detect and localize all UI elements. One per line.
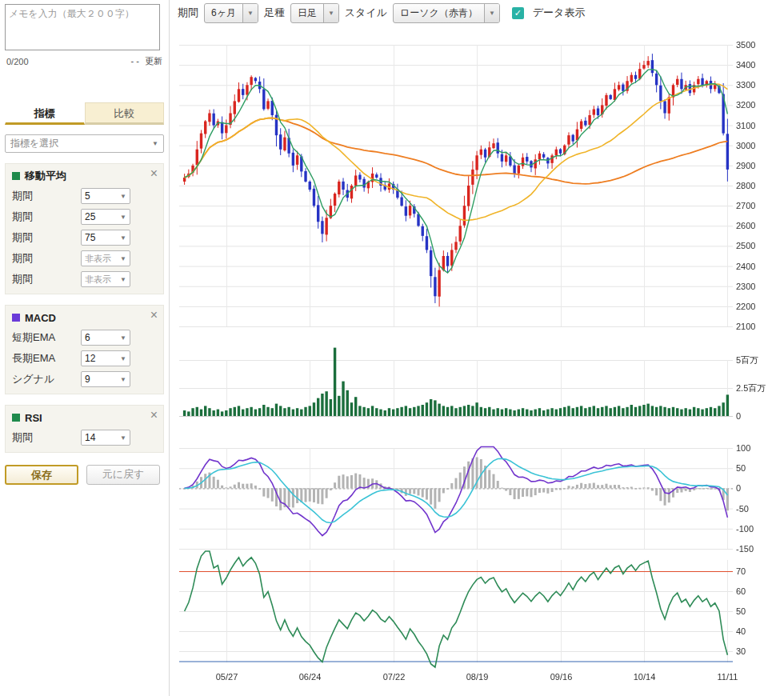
param-row: 期間5▼ xyxy=(12,188,157,204)
param-label: 期間 xyxy=(12,189,81,203)
close-icon[interactable]: × xyxy=(150,309,158,322)
param-row: 期間75▼ xyxy=(12,230,157,246)
sidebar-tabs: 指標 比較 xyxy=(5,102,164,125)
panel-header: MACD xyxy=(12,310,157,325)
chevron-down-icon: ▼ xyxy=(242,4,258,22)
style-value: ローソク（赤青） xyxy=(394,4,484,22)
panel-title: RSI xyxy=(25,412,42,424)
param-select[interactable]: 25▼ xyxy=(81,209,130,225)
chevron-down-icon: ▼ xyxy=(152,140,158,147)
tab-compare[interactable]: 比較 xyxy=(85,102,165,125)
chevron-down-icon: ▼ xyxy=(323,4,338,22)
chevron-down-icon: ▼ xyxy=(484,4,499,22)
sidebar-buttons: 保存 元に戻す xyxy=(5,465,164,485)
param-value: 非表示 xyxy=(85,253,111,265)
param-value: 12 xyxy=(85,353,95,364)
param-label: シグナル xyxy=(12,372,81,386)
param-row: 期間14▼ xyxy=(12,430,157,446)
chevron-down-icon: ▼ xyxy=(120,255,126,262)
panel-rows: 期間5▼期間25▼期間75▼期間非表示▼期間非表示▼ xyxy=(12,188,157,287)
close-icon[interactable]: × xyxy=(150,167,158,180)
tab-indicators[interactable]: 指標 xyxy=(5,102,85,125)
param-row: 期間非表示▼ xyxy=(12,271,157,287)
param-label: 期間 xyxy=(12,230,81,245)
save-button[interactable]: 保存 xyxy=(5,465,78,485)
style-label: スタイル xyxy=(345,6,387,20)
param-select[interactable]: 75▼ xyxy=(81,230,130,246)
param-select[interactable]: 9▼ xyxy=(81,371,130,387)
chevron-down-icon: ▼ xyxy=(120,434,126,442)
panel-rows: 短期EMA6▼長期EMA12▼シグナル9▼ xyxy=(12,330,157,387)
sidebar: 0/200 - - 更新 指標 比較 指標を選択 ▼ 移動平均 × 期間5▼期間… xyxy=(0,0,170,696)
bartype-select[interactable]: 日足 ▼ xyxy=(290,3,339,23)
param-select[interactable]: 14▼ xyxy=(81,430,130,446)
check-icon: ✓ xyxy=(514,8,522,18)
chart-toolbar: 期間 6ヶ月 ▼ 足種 日足 ▼ スタイル ローソク（赤青） ▼ ✓ データ表示 xyxy=(170,0,784,26)
param-value: 非表示 xyxy=(85,274,111,286)
memo-update-button[interactable]: - - 更新 xyxy=(131,55,162,67)
param-value: 25 xyxy=(85,211,95,222)
param-row: 短期EMA6▼ xyxy=(12,330,157,346)
period-label: 期間 xyxy=(178,6,198,20)
panel-header: 移動平均 xyxy=(12,169,157,183)
ma-color-chip xyxy=(12,172,20,180)
indicator-select[interactable]: 指標を選択 ▼ xyxy=(5,134,164,153)
price-chart-canvas[interactable] xyxy=(170,26,784,693)
param-select[interactable]: 12▼ xyxy=(81,350,130,366)
bartype-value: 日足 xyxy=(291,4,323,22)
close-icon[interactable]: × xyxy=(150,409,158,422)
param-row: 期間非表示▼ xyxy=(12,250,157,266)
chevron-down-icon: ▼ xyxy=(120,214,126,221)
param-value: 9 xyxy=(85,374,90,385)
param-row: 長期EMA12▼ xyxy=(12,350,157,366)
sidebar-spacer xyxy=(5,67,164,102)
memo-counter: 0/200 xyxy=(6,57,29,66)
param-row: シグナル9▼ xyxy=(12,371,157,387)
param-select[interactable]: 非表示▼ xyxy=(81,250,130,266)
param-select[interactable]: 6▼ xyxy=(81,330,130,346)
reset-button[interactable]: 元に戻す xyxy=(86,465,160,485)
param-label: 期間 xyxy=(12,210,81,224)
macd-color-chip xyxy=(12,314,20,322)
memo-update-status: - - xyxy=(131,56,139,66)
param-select[interactable]: 5▼ xyxy=(81,188,130,204)
panel-header: RSI xyxy=(12,410,157,425)
panel-title: MACD xyxy=(25,312,56,324)
param-value: 75 xyxy=(85,232,95,243)
param-value: 6 xyxy=(85,332,90,343)
bartype-label: 足種 xyxy=(264,6,285,20)
chevron-down-icon: ▼ xyxy=(120,355,126,362)
param-label: 期間 xyxy=(12,272,81,286)
panel-title: 移動平均 xyxy=(25,169,66,183)
indicator-panel-ma: 移動平均 × 期間5▼期間25▼期間75▼期間非表示▼期間非表示▼ xyxy=(5,163,164,294)
chart-app: 0/200 - - 更新 指標 比較 指標を選択 ▼ 移動平均 × 期間5▼期間… xyxy=(0,0,784,696)
chevron-down-icon: ▼ xyxy=(120,376,126,383)
param-value: 5 xyxy=(85,190,90,202)
param-label: 短期EMA xyxy=(12,330,81,345)
style-select[interactable]: ローソク（赤青） ▼ xyxy=(393,3,500,23)
main-area: 期間 6ヶ月 ▼ 足種 日足 ▼ スタイル ローソク（赤青） ▼ ✓ データ表示 xyxy=(170,0,784,696)
period-value: 6ヶ月 xyxy=(205,4,242,22)
indicator-select-placeholder: 指標を選択 xyxy=(10,137,58,150)
rsi-color-chip xyxy=(12,414,20,422)
memo-update-label: 更新 xyxy=(145,56,162,66)
chevron-down-icon: ▼ xyxy=(120,193,126,200)
panel-rows: 期間14▼ xyxy=(12,430,157,446)
memo-input[interactable] xyxy=(5,4,160,50)
data-display-checkbox[interactable]: ✓ xyxy=(512,7,524,19)
period-select[interactable]: 6ヶ月 ▼ xyxy=(204,3,258,23)
indicator-panel-macd: MACD × 短期EMA6▼長期EMA12▼シグナル9▼ xyxy=(5,305,164,394)
param-label: 期間 xyxy=(12,430,81,445)
param-row: 期間25▼ xyxy=(12,209,157,225)
data-display-label: データ表示 xyxy=(533,6,586,20)
chevron-down-icon: ▼ xyxy=(120,234,126,242)
param-label: 期間 xyxy=(12,251,81,266)
param-select[interactable]: 非表示▼ xyxy=(81,271,130,287)
memo-meta: 0/200 - - 更新 xyxy=(5,55,164,67)
indicator-panel-rsi: RSI × 期間14▼ xyxy=(5,405,164,453)
param-label: 長期EMA xyxy=(12,351,81,366)
chevron-down-icon: ▼ xyxy=(120,334,126,342)
param-value: 14 xyxy=(85,432,95,443)
chevron-down-icon: ▼ xyxy=(120,276,126,283)
